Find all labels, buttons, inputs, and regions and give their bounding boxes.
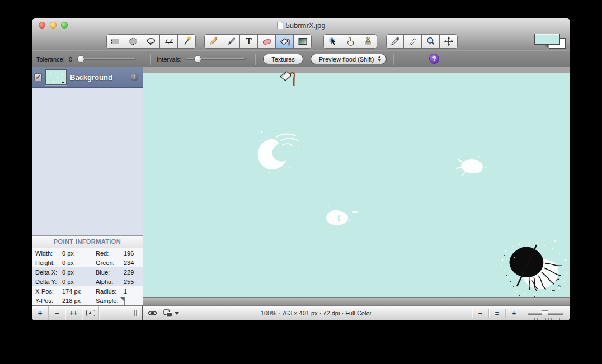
image-icon (86, 310, 95, 316)
sample-color-swatch (124, 297, 125, 305)
tool-rectangular-select[interactable] (106, 34, 124, 49)
layers-list[interactable] (32, 88, 143, 235)
point-info-row: Delta X: 0 px Blue: 229 (32, 267, 143, 277)
zoom-out-button[interactable]: − (472, 309, 488, 318)
pi-value: 0 px (62, 250, 96, 257)
image-canvas[interactable] (143, 73, 570, 297)
move-arrows-icon (443, 36, 454, 47)
pi-label: Y-Pos: (35, 297, 62, 304)
tool-pan-hand[interactable] (341, 34, 359, 49)
tool-elliptical-select[interactable] (124, 34, 142, 49)
pi-label: Blue: (96, 269, 124, 276)
tool-crop[interactable] (404, 34, 422, 49)
toolbar: T (32, 32, 570, 50)
titlebar[interactable]: 5ubrmrX.jpg (32, 18, 570, 32)
textures-button-label: Textures (271, 56, 295, 63)
lasso-icon (145, 36, 157, 47)
paintbrush-icon (225, 36, 237, 47)
intervals-slider-thumb[interactable] (194, 55, 201, 63)
pi-label: Delta X: (35, 269, 62, 276)
preview-flood-label: Preview flood (Shift) (319, 56, 374, 63)
foreground-color-swatch[interactable] (534, 34, 560, 45)
pi-value: 196 (124, 250, 143, 257)
tool-paintbrush[interactable] (222, 34, 240, 49)
zoom-actual-button[interactable]: = (488, 309, 505, 318)
magic-wand-icon (181, 36, 192, 47)
zoom-window-button[interactable] (61, 22, 68, 29)
point-information-title: POINT INFORMATION (32, 236, 143, 248)
tool-polygon-lasso[interactable] (160, 34, 178, 49)
options-separator (255, 54, 255, 65)
utility-tools-group (386, 34, 458, 49)
close-button[interactable] (39, 22, 45, 29)
pi-value: 174 px (62, 288, 96, 295)
chevron-down-icon (175, 312, 179, 315)
eyedropper-icon (389, 36, 401, 47)
pi-label: Width: (35, 250, 62, 257)
text-tool-icon: T (246, 37, 252, 46)
layer-controls: + − ++ (32, 306, 143, 320)
eraser-icon (261, 36, 272, 47)
jellyfish-sketch (501, 240, 567, 297)
canvas-artwork (143, 73, 570, 297)
tool-paint-bucket[interactable] (276, 34, 294, 49)
point-info-row: Y-Pos: 218 px Sample: (32, 296, 143, 305)
tool-eraser[interactable] (258, 34, 276, 49)
tool-magic-wand[interactable] (178, 34, 196, 49)
pi-value: 255 (124, 278, 143, 285)
white-blob-center (326, 206, 358, 225)
flatten-image-button[interactable] (82, 306, 99, 320)
pi-value: 0 px (62, 278, 96, 285)
tool-gradient[interactable] (294, 34, 312, 49)
pi-value: 234 (124, 259, 143, 266)
tolerance-slider-thumb[interactable] (77, 55, 84, 63)
tolerance-slider[interactable] (76, 58, 136, 60)
layer-row-background[interactable]: ✓ Background i (32, 67, 143, 88)
zoom-in-button[interactable]: + (505, 309, 522, 318)
add-layer-button[interactable]: + (32, 306, 49, 320)
layer-visibility-checkbox[interactable]: ✓ (34, 73, 42, 81)
swap-colors-icon[interactable] (545, 45, 548, 48)
preview-flood-select[interactable]: Preview flood (Shift) (311, 54, 387, 64)
zoom-slider[interactable] (528, 309, 563, 318)
paint-bucket-cursor (278, 69, 297, 93)
layer-name: Background (70, 73, 127, 82)
tool-position[interactable] (323, 34, 341, 49)
help-button-label: ? (432, 55, 436, 62)
layer-thumbnail (45, 69, 67, 85)
panel-resize-grip[interactable] (134, 306, 142, 320)
intervals-slider[interactable] (185, 58, 246, 60)
tolerance-value: 0 (69, 56, 72, 63)
tool-eyedropper[interactable] (386, 34, 404, 49)
pi-label: Alpha: (96, 278, 124, 285)
intervals-label: Intervals: (157, 56, 182, 63)
minimize-button[interactable] (50, 22, 57, 29)
tool-pencil[interactable] (204, 34, 222, 49)
layer-options-button[interactable] (163, 309, 179, 318)
hand-icon (345, 36, 356, 47)
tool-zoom[interactable] (422, 34, 440, 49)
textures-button[interactable]: Textures (263, 54, 303, 64)
zoom-slider-thumb[interactable] (542, 310, 548, 317)
pi-value: 229 (124, 269, 143, 276)
document-icon (277, 22, 283, 29)
help-button[interactable]: ? (429, 54, 439, 64)
pi-value: 0 px (62, 269, 96, 276)
status-text: 100% · 763 × 401 px · 72 dpi · Full Colo… (187, 310, 445, 316)
app-window: 5ubrmrX.jpg (32, 18, 570, 320)
duplicate-layer-button[interactable]: ++ (65, 306, 82, 320)
draw-tools-group: T (204, 34, 312, 49)
pi-label: Delta Y: (35, 278, 62, 285)
position-arrow-icon (327, 36, 338, 47)
tool-text[interactable]: T (240, 34, 258, 49)
bottom-bar: + − ++ 100% · 763 × 401 px · 72 dpi · Fu… (32, 305, 570, 320)
layer-info-icon[interactable]: i (130, 73, 138, 81)
toggle-visibility-button[interactable] (147, 310, 158, 316)
eye-icon (147, 310, 158, 316)
canvas-viewport (143, 67, 570, 305)
tool-lasso[interactable] (142, 34, 160, 49)
remove-layer-button[interactable]: − (49, 306, 65, 320)
main-content: ✓ Background i POINT INFORMATION Width: … (32, 67, 570, 305)
tool-move[interactable] (440, 34, 458, 49)
tool-clone-stamp[interactable] (359, 34, 377, 49)
